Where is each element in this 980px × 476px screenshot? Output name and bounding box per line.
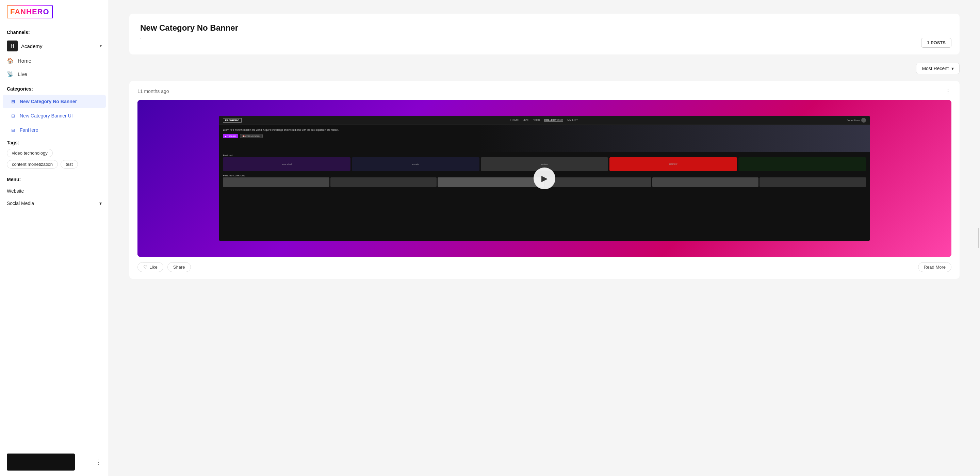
filter-bar: Most Recent ▾ [129,63,959,74]
category-subtitle: . [140,35,949,40]
post-more-icon[interactable]: ⋮ [945,88,951,95]
inner-coll-1 [223,177,329,187]
inner-user: John River [847,118,866,123]
inner-nav-feed: FEED [533,118,540,122]
inner-btns: ▶ TRAILER ⏰ COMING SOON [223,134,866,138]
main-content: New Category No Banner . 1 POSTS Most Re… [109,0,980,476]
nav-item-home[interactable]: 🏠 Home [0,54,108,67]
channels-label: Channels: [0,24,108,38]
tag-content-monetization[interactable]: content monetization [7,160,58,169]
inner-coll-2 [331,177,437,187]
inner-featured-label: Featured [219,152,870,157]
category-icon-2: ⊟ [10,112,16,119]
like-icon: ♡ [143,265,147,270]
inner-nav-collections: COLLECTIONS [544,118,563,122]
post-timestamp: 11 months ago [137,88,169,94]
filter-dropdown[interactable]: Most Recent ▾ [916,63,959,74]
social-media-chevron-icon: ▾ [99,201,102,206]
inner-coll-3 [438,177,544,187]
channel-selector[interactable]: H Academy ▾ [0,38,108,54]
inner-card-1: upper school [223,157,350,171]
home-icon: 🏠 [7,58,14,64]
category-title: New Category No Banner [140,23,949,33]
inner-card-5 [738,157,866,171]
like-label: Like [150,265,158,270]
logo-box: FANHERO [7,5,53,18]
inner-card-4: LIDENOW [609,157,737,171]
sidebar-item-new-category-banner-ui[interactable]: ⊟ New Category Banner UI [3,109,106,123]
sidebar: FANHERO Channels: H Academy ▾ 🏠 Home 📡 L… [0,0,109,476]
inner-coll-6 [759,177,865,187]
tags-label: Tags: [7,140,102,145]
bottom-dots-icon[interactable]: ⋮ [95,458,102,466]
post-footer: ♡ Like Share Read More [137,262,951,272]
category-header-card: New Category No Banner . 1 POSTS [129,14,959,54]
category-icon-1: ⊟ [10,98,16,105]
inner-avatar [861,118,866,123]
bottom-black-bar [7,454,75,471]
nav-item-live[interactable]: 📡 Live [0,67,108,81]
tags-container: video techonology content monetization t… [7,149,102,169]
like-button[interactable]: ♡ Like [137,262,163,272]
tag-video-technology[interactable]: video techonology [7,149,53,157]
inner-nav-live: LIVE [523,118,528,122]
tags-section: Tags: video techonology content monetiza… [0,137,108,171]
menu-item-social-media[interactable]: Social Media ▾ [0,197,108,209]
inner-user-name: John River [847,119,860,122]
inner-hero: Learn NFT from the best in the world. Ac… [219,125,870,152]
channel-name: Academy [21,43,96,49]
inner-nav-mylist: MY LIST [567,118,578,122]
category-label-1: New Category No Banner [20,99,77,104]
inner-coming-soon-btn: ⏰ COMING SOON [240,134,263,138]
category-icon-3: ⊟ [10,127,16,134]
tag-test[interactable]: test [60,160,78,169]
read-more-button[interactable]: Read More [918,262,951,272]
inner-nav-home: HOME [511,118,519,122]
categories-label: Categories: [0,81,108,94]
nav-home-label: Home [18,58,31,64]
filter-chevron-icon: ▾ [951,66,954,71]
channel-chevron-icon: ▾ [100,43,102,48]
inner-coll-4 [545,177,651,187]
post-thumbnail[interactable]: FANHERO HOME LIVE FEED COLLECTIONS MY LI… [137,100,951,257]
inner-coll-5 [652,177,759,187]
post-card: 11 months ago ⋮ FANHERO HOME LIVE FEED C… [129,81,959,279]
category-label-3: FanHero [20,127,38,133]
inner-logo: FANHERO [223,118,242,123]
sidebar-bottom: ⋮ [0,448,108,476]
share-label: Share [173,265,185,270]
sidebar-item-new-category-no-banner[interactable]: ⊟ New Category No Banner [3,95,106,108]
read-more-label: Read More [924,265,946,270]
inner-nav-links: HOME LIVE FEED COLLECTIONS MY LIST [247,118,842,122]
play-button[interactable]: ▶ [533,168,555,189]
share-button[interactable]: Share [167,262,191,272]
post-header: 11 months ago ⋮ [137,88,951,95]
social-media-label: Social Media [7,201,34,206]
inner-card-2: eventplay [352,157,479,171]
filter-label: Most Recent [922,66,949,71]
scrollbar-indicator [978,228,979,248]
menu-item-website[interactable]: Website [0,185,108,197]
inner-nav: FANHERO HOME LIVE FEED COLLECTIONS MY LI… [219,116,870,125]
menu-section: Menu: Website Social Media ▾ [0,171,108,212]
posts-count-badge[interactable]: 1 POSTS [921,38,951,48]
sidebar-logo: FANHERO [0,0,108,24]
category-label-2: New Category Banner UI [20,113,73,118]
sidebar-item-fanhero[interactable]: ⊟ FanHero [3,123,106,137]
live-icon: 📡 [7,71,14,77]
logo-text: FANHERO [10,8,49,16]
channel-icon: H [7,40,18,51]
inner-trailer-btn: ▶ TRAILER [223,134,238,138]
inner-hero-text: Learn NFT from the best in the world. Ac… [223,128,576,132]
menu-label: Menu: [0,174,108,185]
nav-live-label: Live [18,71,27,77]
